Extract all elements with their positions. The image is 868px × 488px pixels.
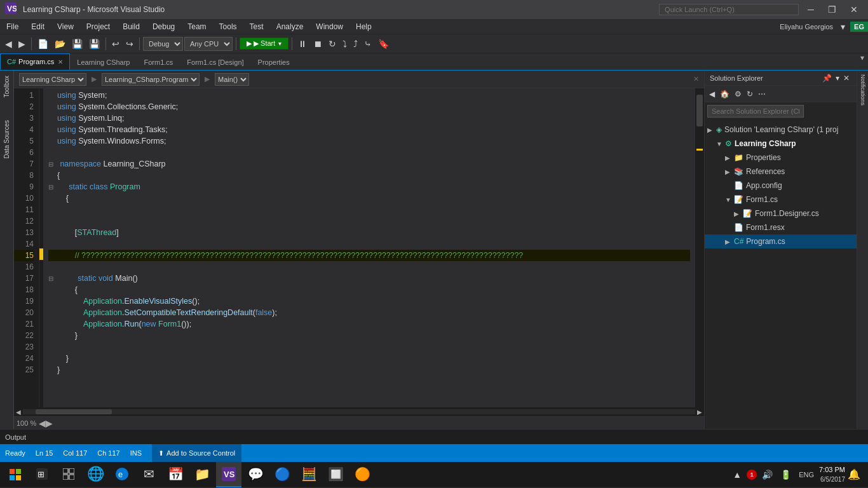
new-file-btn[interactable]: 📄 [35,37,51,50]
tab-learning-csharp[interactable]: Learning CSharp [70,53,137,70]
se-tb-refresh-btn[interactable]: ↻ [745,90,755,98]
data-sources-tab[interactable]: Data Sources [1,115,12,164]
method-selector[interactable]: Main() [215,73,249,86]
taskbar-search-btn[interactable]: ⊞ [29,462,55,487]
menu-team[interactable]: Team [181,21,212,32]
menu-help[interactable]: Help [349,21,378,32]
tab-form1-design[interactable]: Form1.cs [Design] [180,53,250,70]
tree-appconfig[interactable]: 📄 App.config [705,179,857,193]
tree-project[interactable]: ▼ ⚙ Learning CSharp [705,137,857,151]
notif-tab[interactable]: Notifications [858,71,867,109]
menu-window[interactable]: Window [309,21,349,32]
save-all-btn[interactable]: 💾 [86,37,102,50]
menu-view[interactable]: View [51,21,80,32]
language-label[interactable]: ENG [796,470,817,480]
menu-edit[interactable]: Edit [25,21,51,32]
bookmark-btn[interactable]: 🔖 [376,37,391,50]
quick-launch-input[interactable] [659,4,799,15]
back-btn[interactable]: ◀ [3,37,15,50]
taskbar-app12-icon[interactable]: 🔲 [323,462,348,487]
taskbar-calendar-icon[interactable]: 📅 [163,462,188,487]
taskbar-task-view-btn[interactable] [56,462,81,487]
close-button[interactable]: ✕ [845,3,863,16]
se-tb-props-btn[interactable]: ⚙ [733,90,743,98]
undo-btn[interactable]: ↩ [109,37,122,50]
taskbar-edge-icon[interactable]: e [109,462,135,487]
action-center-icon[interactable]: 🔔 [848,468,860,480]
se-tb-options-btn[interactable]: ⋯ [756,90,768,98]
tab-properties[interactable]: Properties [251,53,297,70]
tree-properties[interactable]: ▶ 📁 Properties [705,151,857,165]
taskbar-skype-icon[interactable]: 💬 [243,462,268,487]
toolbox-tab[interactable]: Toolbox [1,71,12,102]
taskbar-app13-icon[interactable]: 🟠 [349,462,375,487]
start-menu-btn[interactable] [3,462,28,487]
se-tb-back-btn[interactable]: ◀ [707,90,717,98]
platform-select[interactable]: Any CPU [184,37,233,51]
tab-dropdown-btn[interactable]: ▾ [857,53,868,70]
tree-program-cs[interactable]: ▶ C# Program.cs [705,234,857,248]
clock[interactable]: 7:03 PM 6/5/2017 [819,465,845,484]
code-text-area[interactable]: using System; using System.Collections.G… [43,88,695,407]
tree-references[interactable]: ▶ 📚 References [705,165,857,179]
menu-project[interactable]: Project [80,21,116,32]
hscroll-track[interactable] [23,409,695,414]
source-control-btn[interactable]: ⬆ Add to Source Control [152,444,241,462]
menu-debug[interactable]: Debug [146,21,181,32]
toolbar-extra-6[interactable]: ⤷ [362,37,374,50]
tab-program-cs[interactable]: C# Program.cs ✕ [0,53,70,70]
toolbar-extra-4[interactable]: ⤵ [340,37,349,50]
close-code-header-btn[interactable]: ✕ [693,75,699,83]
code-vscroll-thumb[interactable] [696,95,703,126]
toolbar-extra-1[interactable]: ⏸ [295,37,309,50]
tree-form1-designer[interactable]: ▶ 📝 Form1.Designer.cs [705,207,857,220]
zoom-decrease-btn[interactable]: ◀ [39,418,46,428]
restore-button[interactable]: ❐ [823,3,841,16]
zoom-increase-btn[interactable]: ▶ [46,418,53,428]
tree-form1-resx[interactable]: 📄 Form1.resx [705,220,857,234]
nav-arrow-icon: ▶ [92,75,97,83]
taskbar-explorer-icon[interactable]: 📁 [189,462,215,487]
project-selector[interactable]: Learning CSharp [19,73,86,86]
se-search-input[interactable] [707,105,804,118]
se-pin-btn[interactable]: 📌 [820,74,834,83]
start-button[interactable]: ▶ ▶ Start ▾ [240,37,288,50]
se-close-btn[interactable]: ✕ [841,74,851,83]
network-icon[interactable]: ▲ [730,468,744,481]
namespace-selector[interactable]: Learning_CSharp.Program [102,73,200,86]
menu-file[interactable]: File [0,21,25,32]
menu-test[interactable]: Test [243,21,270,32]
toolbar-extra-2[interactable]: ⏹ [311,37,325,50]
hscroll-thumb[interactable] [36,409,112,414]
menu-analyze[interactable]: Analyze [270,21,310,32]
taskbar-chrome-icon[interactable]: 🌐 [83,462,108,487]
toolbar-extra-3[interactable]: ↻ [326,37,339,50]
se-dropdown-btn[interactable]: ▾ [834,74,841,83]
tree-form1-cs[interactable]: ▼ 📝 Form1.cs [705,193,857,207]
user-dropdown-icon[interactable]: ▾ [841,22,850,32]
code-hscrollbar[interactable]: ◀ ▶ [14,407,704,416]
sound-icon[interactable]: 🔊 [759,468,775,481]
taskbar-mail-icon[interactable]: ✉ [136,462,161,487]
taskbar-vs-icon[interactable]: VS [216,462,241,487]
hscroll-left-btn[interactable]: ◀ [14,407,23,416]
menu-build[interactable]: Build [116,21,146,32]
tab-program-cs-close[interactable]: ✕ [58,58,63,65]
toolbar-extra-5[interactable]: ⤴ [351,37,360,50]
code-vscrollbar[interactable] [695,88,704,407]
svg-rect-11 [69,475,74,480]
save-btn[interactable]: 💾 [69,37,85,50]
taskbar-calc-icon[interactable]: 🧮 [296,462,322,487]
taskbar-other-icon[interactable]: 🔵 [269,462,295,487]
redo-btn[interactable]: ↪ [123,37,136,50]
se-tb-home-btn[interactable]: 🏠 [718,90,731,98]
fwd-btn[interactable]: ▶ [16,37,28,50]
tab-form1-cs[interactable]: Form1.cs [137,53,180,70]
tree-solution[interactable]: ▶ ◈ Solution 'Learning CSharp' (1 proj [705,123,857,137]
menu-tools[interactable]: Tools [213,21,243,32]
battery-icon[interactable]: 🔋 [778,468,794,481]
hscroll-right-btn[interactable]: ▶ [695,407,704,416]
open-btn[interactable]: 📂 [52,37,68,50]
minimize-button[interactable]: ─ [803,3,819,16]
debug-mode-select[interactable]: Debug [143,37,183,51]
